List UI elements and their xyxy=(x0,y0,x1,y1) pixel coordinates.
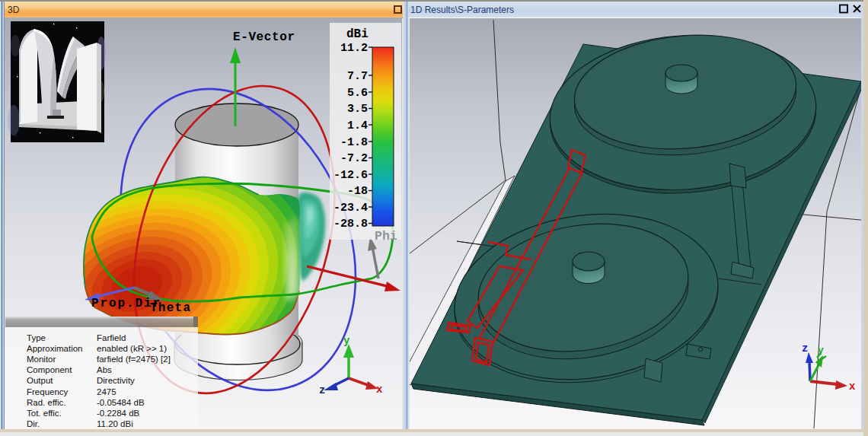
svg-text:farfield (f=2475) [2]: farfield (f=2475) [2] xyxy=(97,355,171,364)
svg-text:Type: Type xyxy=(27,333,46,342)
svg-text:-0.2284 dB: -0.2284 dB xyxy=(97,409,140,418)
svg-text:Component: Component xyxy=(27,365,72,374)
svg-text:Rad. effic.: Rad. effic. xyxy=(27,398,66,407)
svg-text:-12.6: -12.6 xyxy=(333,169,368,182)
svg-text:-28.8: -28.8 xyxy=(333,218,368,231)
svg-text:Phi: Phi xyxy=(375,229,397,243)
svg-text:z: z xyxy=(802,342,808,355)
svg-text:y: y xyxy=(343,335,350,347)
svg-text:7.7: 7.7 xyxy=(347,70,368,83)
svg-text:Frequency: Frequency xyxy=(27,387,69,396)
svg-text:Directivity: Directivity xyxy=(97,376,135,385)
svg-text:y: y xyxy=(818,345,824,356)
svg-text:11.20 dBi: 11.20 dBi xyxy=(97,419,133,428)
svg-text:1.4: 1.4 xyxy=(347,119,368,132)
svg-text:E-Vector: E-Vector xyxy=(233,30,295,44)
svg-text:Tot. effic.: Tot. effic. xyxy=(27,409,62,418)
svg-text:x: x xyxy=(376,383,383,396)
svg-text:Abs: Abs xyxy=(97,365,112,374)
svg-text:Output: Output xyxy=(27,376,53,385)
svg-text:5.6: 5.6 xyxy=(347,87,368,100)
svg-text:3.5: 3.5 xyxy=(347,103,368,116)
svg-text:-0.05484 dB: -0.05484 dB xyxy=(97,398,145,407)
svg-text:Dir.: Dir. xyxy=(27,419,40,428)
svg-text:z: z xyxy=(319,384,325,396)
svg-text:Approximation: Approximation xyxy=(27,344,83,353)
svg-text:11.2: 11.2 xyxy=(340,42,368,55)
svg-text:-23.4: -23.4 xyxy=(333,202,368,215)
svg-text:-18: -18 xyxy=(347,185,368,198)
svg-text:-1.8: -1.8 xyxy=(340,136,368,149)
svg-text:Monitor: Monitor xyxy=(27,355,56,364)
svg-text:Theta: Theta xyxy=(150,301,190,315)
svg-text:dBi: dBi xyxy=(346,27,369,41)
svg-text:x: x xyxy=(849,380,856,393)
svg-text:Farfield: Farfield xyxy=(97,333,126,342)
svg-text:enabled (kR >> 1): enabled (kR >> 1) xyxy=(97,344,167,353)
svg-text:-7.2: -7.2 xyxy=(340,152,368,165)
svg-text:2475: 2475 xyxy=(97,387,116,396)
